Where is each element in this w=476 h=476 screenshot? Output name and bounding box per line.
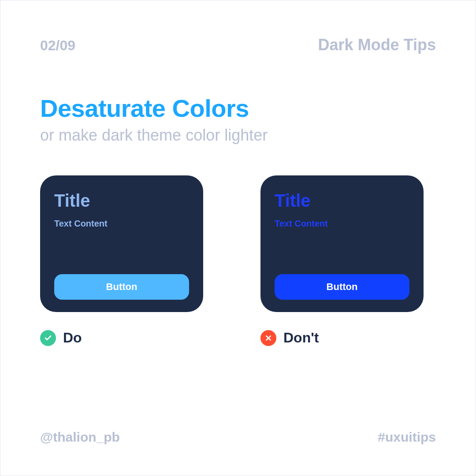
card-dont-text: Text Content [275, 219, 409, 274]
dont-label: Don't [283, 330, 319, 346]
cross-icon [260, 330, 276, 346]
card-do: Title Text Content Button [40, 175, 203, 312]
main-title: Desaturate Colors [40, 94, 436, 123]
card-dont-title: Title [275, 191, 409, 211]
card-dont-button[interactable]: Button [275, 274, 409, 300]
cards-row: Title Text Content Button Title Text Con… [40, 175, 436, 312]
labels-row: Do Don't [40, 330, 436, 346]
hashtag: #uxuitips [378, 430, 436, 445]
dont-label-group: Don't [260, 330, 424, 346]
do-label-group: Do [40, 330, 203, 346]
card-do-button[interactable]: Button [54, 274, 189, 300]
header: 02/09 Dark Mode Tips [40, 36, 436, 54]
card-do-title: Title [54, 191, 189, 211]
do-label: Do [63, 330, 82, 346]
social-handle: @thalion_pb [40, 430, 120, 445]
card-do-text: Text Content [54, 219, 189, 274]
footer: @thalion_pb #uxuitips [40, 430, 436, 445]
card-dont: Title Text Content Button [260, 175, 424, 312]
subtitle: or make dark theme color lighter [40, 126, 436, 145]
check-icon [40, 330, 56, 346]
series-title: Dark Mode Tips [318, 36, 436, 54]
page-number: 02/09 [40, 37, 75, 54]
